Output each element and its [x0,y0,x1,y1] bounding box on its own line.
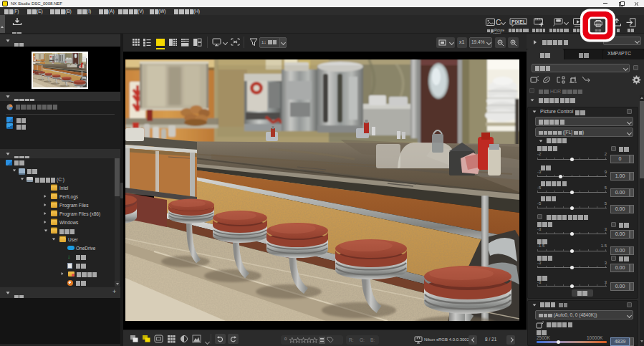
svg-text:PIXEL: PIXEL [511,19,527,24]
